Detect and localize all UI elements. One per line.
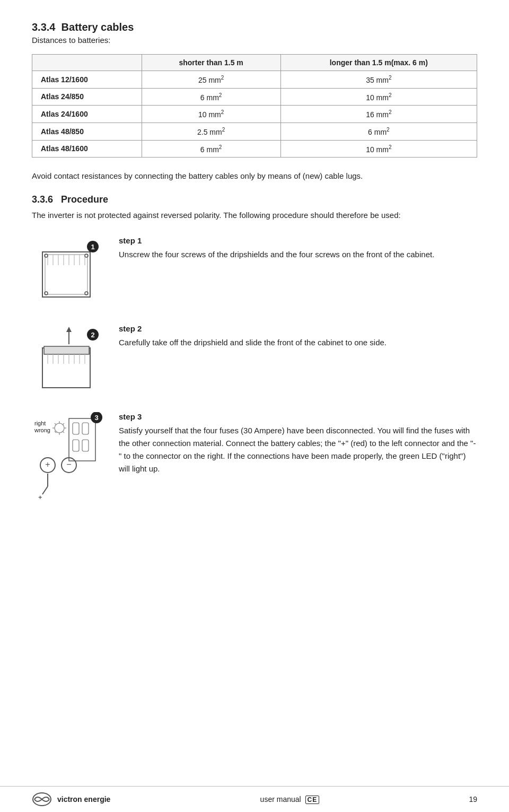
step-2-text: step 2 Carefully take off the dripshield… xyxy=(119,324,477,349)
ce-mark: CE xyxy=(305,796,320,804)
victron-logo-icon xyxy=(32,792,52,807)
table-cell-longer: 6 mm2 xyxy=(280,123,477,140)
step-3-text: step 3 Satisfy yourself that the four fu… xyxy=(119,412,477,475)
svg-rect-44 xyxy=(73,440,79,451)
svg-rect-43 xyxy=(82,423,89,434)
footer-manual-label: user manual xyxy=(260,795,301,804)
procedure-title: Procedure xyxy=(61,194,108,205)
svg-text:−: − xyxy=(66,460,71,469)
step-1-illustration: 1 xyxy=(34,236,103,305)
step-2-desc: Carefully take off the dripshield and sl… xyxy=(119,336,477,349)
section-number: 3.3.4 xyxy=(32,21,55,33)
step-3-desc: Satisfy yourself that the four fuses (30… xyxy=(119,424,477,475)
svg-text:1: 1 xyxy=(91,243,94,251)
svg-rect-1 xyxy=(45,255,87,294)
table-cell-model: Atlas 48/1600 xyxy=(32,140,142,158)
step-1-text: step 1 Unscrew the four screws of the dr… xyxy=(119,236,477,261)
section-title: 3.3.4 Battery cables xyxy=(32,21,477,33)
table-header-longer: longer than 1.5 m(max. 6 m) xyxy=(280,55,477,71)
svg-text:+: + xyxy=(38,493,42,501)
table-cell-longer: 10 mm2 xyxy=(280,140,477,158)
step-3-label: step 3 xyxy=(119,412,477,421)
table-row: Atlas 48/8502.5 mm26 mm2 xyxy=(32,123,477,140)
table-cell-shorter: 6 mm2 xyxy=(142,140,280,158)
footer-page-number: 19 xyxy=(469,795,477,804)
table-row: Atlas 48/16006 mm210 mm2 xyxy=(32,140,477,158)
step-3-image: right wrong xyxy=(32,412,106,502)
svg-line-38 xyxy=(63,431,64,433)
svg-text:3: 3 xyxy=(94,414,98,422)
table-cell-model: Atlas 24/1600 xyxy=(32,106,142,123)
table-header-shorter: shorter than 1.5 m xyxy=(142,55,280,71)
table-cell-longer: 10 mm2 xyxy=(280,88,477,106)
table-cell-model: Atlas 12/1600 xyxy=(32,71,142,89)
table-cell-model: Atlas 48/850 xyxy=(32,123,142,140)
table-header-model xyxy=(32,55,142,71)
step-2-block: 2 step 2 Carefully take off the dripshie… xyxy=(32,324,477,393)
svg-text:right: right xyxy=(34,420,46,426)
table-row: Atlas 24/8506 mm210 mm2 xyxy=(32,88,477,106)
page-content: 3.3.4 Battery cables Distances to batter… xyxy=(0,0,509,564)
table-row: Atlas 24/160010 mm216 mm2 xyxy=(32,106,477,123)
svg-text:2: 2 xyxy=(91,331,94,339)
table-cell-longer: 16 mm2 xyxy=(280,106,477,123)
footer-center-text: user manual CE xyxy=(260,795,320,804)
svg-line-51 xyxy=(42,486,48,494)
avoid-contact-text: Avoid contact resistances by connecting … xyxy=(32,170,477,182)
procedure-heading: 3.3.6 Procedure xyxy=(32,194,477,205)
table-cell-shorter: 25 mm2 xyxy=(142,71,280,89)
svg-rect-42 xyxy=(73,423,79,434)
step-2-label: step 2 xyxy=(119,324,477,333)
procedure-number: 3.3.6 xyxy=(32,194,53,205)
svg-marker-19 xyxy=(66,327,72,332)
svg-rect-17 xyxy=(44,346,89,354)
svg-rect-0 xyxy=(42,252,90,297)
procedure-intro: The inverter is not protected against re… xyxy=(32,209,477,222)
step-1-image: 1 xyxy=(32,236,106,305)
step-3-block: right wrong xyxy=(32,412,477,502)
step-1-block: 1 step 1 Unscrew the four screws of the … xyxy=(32,236,477,305)
svg-line-39 xyxy=(63,423,64,425)
svg-text:wrong: wrong xyxy=(34,427,50,433)
table-cell-model: Atlas 24/850 xyxy=(32,88,142,106)
step-3-illustration: right wrong xyxy=(32,412,106,502)
section-subtitle: Distances to batteries: xyxy=(32,36,477,45)
footer-brand-text: victron energie xyxy=(57,795,110,804)
svg-rect-45 xyxy=(82,440,89,451)
battery-table: shorter than 1.5 m longer than 1.5 m(max… xyxy=(32,54,477,158)
table-cell-shorter: 10 mm2 xyxy=(142,106,280,123)
step-1-label: step 1 xyxy=(119,236,477,245)
step-1-desc: Unscrew the four screws of the dripshiel… xyxy=(119,248,477,261)
svg-text:+: + xyxy=(45,460,50,469)
table-cell-longer: 35 mm2 xyxy=(280,71,477,89)
table-row: Atlas 12/160025 mm235 mm2 xyxy=(32,71,477,89)
step-2-image: 2 xyxy=(32,324,106,393)
step-2-illustration: 2 xyxy=(34,324,103,393)
table-cell-shorter: 2.5 mm2 xyxy=(142,123,280,140)
footer-logo: victron energie xyxy=(32,792,110,807)
svg-line-37 xyxy=(55,423,56,425)
section-title-text: Battery cables xyxy=(62,21,134,33)
table-cell-shorter: 6 mm2 xyxy=(142,88,280,106)
page-footer: victron energie user manual CE 19 xyxy=(0,786,509,812)
